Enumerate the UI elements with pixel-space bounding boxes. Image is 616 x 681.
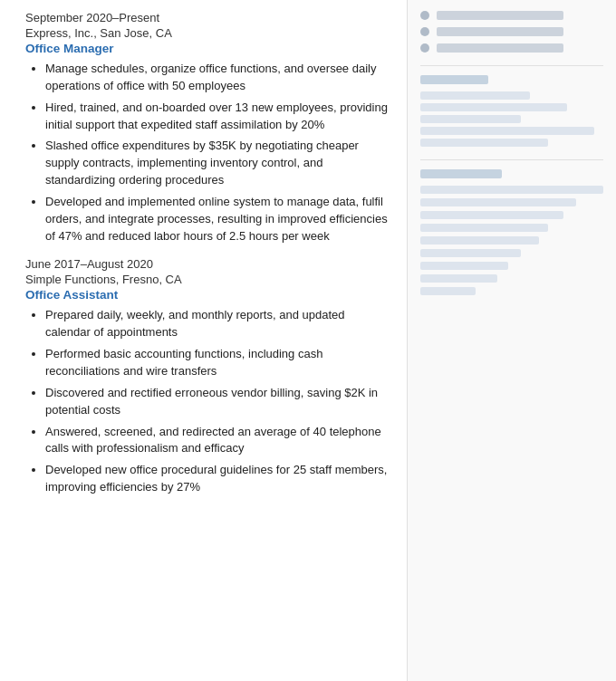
contact-email <box>437 27 563 36</box>
divider2 <box>420 159 603 160</box>
bullet-item: Prepared daily, weekly, and monthly repo… <box>45 307 390 341</box>
divider <box>420 65 603 66</box>
bullet-item: Performed basic accounting functions, in… <box>45 346 390 380</box>
job1-title: Office Manager <box>25 42 390 55</box>
education-section <box>420 75 603 147</box>
job-block-2: June 2017–August 2020 Simple Functions, … <box>25 257 390 495</box>
job2-date: June 2017–August 2020 <box>25 257 390 271</box>
contact-icon <box>420 43 429 53</box>
edu-degree <box>420 91 530 100</box>
skill-item <box>420 236 539 245</box>
contact-phone <box>437 11 563 20</box>
job-block-1: September 2020–Present Express, Inc., Sa… <box>25 11 390 245</box>
contact-address <box>437 43 563 53</box>
contact-row-3 <box>420 43 603 53</box>
contact-section <box>420 11 603 53</box>
left-column: September 2020–Present Express, Inc., Sa… <box>0 0 408 681</box>
skill-item <box>420 249 521 257</box>
job2-title: Office Assistant <box>25 288 390 302</box>
contact-row-2 <box>420 27 603 36</box>
bullet-item: Slashed office expenditures by $35K by n… <box>45 138 390 189</box>
skill-item <box>420 274 497 283</box>
skill-item <box>420 211 563 219</box>
job2-bullets: Prepared daily, weekly, and monthly repo… <box>25 307 390 495</box>
job1-company: Express, Inc., San Jose, CA <box>25 26 390 40</box>
edu-date <box>420 139 548 147</box>
job1-date: September 2020–Present <box>25 11 390 24</box>
contact-row-1 <box>420 11 603 20</box>
skills-section <box>420 169 603 295</box>
skills-section-title <box>420 169 502 178</box>
job1-bullets: Manage schedules, organize office functi… <box>25 61 390 245</box>
contact-icon <box>420 27 429 36</box>
skill-item <box>420 186 603 194</box>
edu-location <box>420 115 521 123</box>
bullet-item: Answered, screened, and redirected an av… <box>45 424 390 458</box>
bullet-item: Developed and implemented online system … <box>45 194 390 245</box>
education-section-title <box>420 75 488 84</box>
job2-company: Simple Functions, Fresno, CA <box>25 273 390 286</box>
bullet-item: Developed new office procedural guidelin… <box>45 462 390 496</box>
skill-item <box>420 262 508 270</box>
contact-icon <box>420 11 429 20</box>
skill-item <box>420 198 576 206</box>
bullet-item: Discovered and rectified erroneous vendo… <box>45 385 390 419</box>
skill-item <box>420 287 476 295</box>
bullet-item: Manage schedules, organize office functi… <box>45 61 390 95</box>
right-column <box>408 0 616 681</box>
skill-item <box>420 224 548 232</box>
edu-detail <box>420 127 594 135</box>
bullet-item: Hired, trained, and on-boarded over 13 n… <box>45 100 390 134</box>
edu-school <box>420 103 567 111</box>
